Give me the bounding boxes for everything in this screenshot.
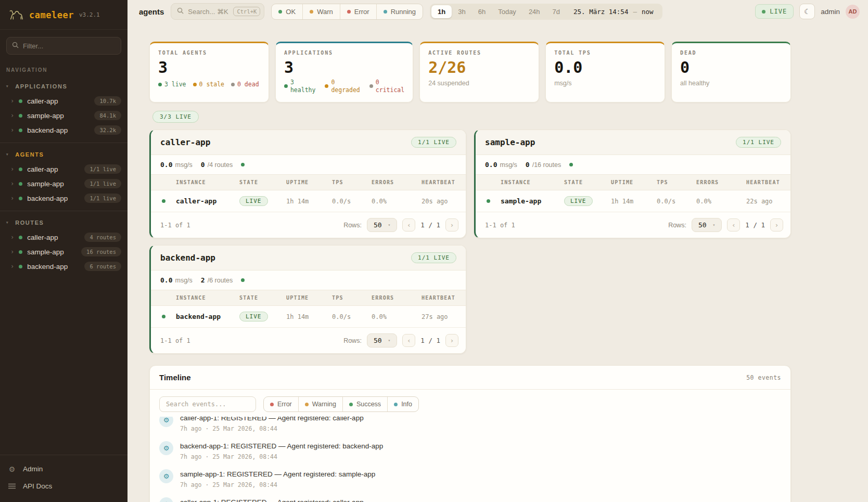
sidebar-filter-input[interactable] bbox=[23, 42, 116, 50]
sidebar-item-admin[interactable]: ⚙ Admin bbox=[0, 460, 127, 478]
section-header-routes[interactable]: ▾ ROUTES bbox=[0, 215, 127, 230]
page-indicator: 1 / 1 bbox=[420, 221, 440, 229]
app-stats-line: 0.0msg/s 0/4 routes bbox=[151, 155, 466, 174]
prev-page-button[interactable]: ‹ bbox=[727, 218, 740, 231]
timeline-toolbar: Error Warning Success Info bbox=[150, 390, 790, 417]
range-button-24h[interactable]: 24h bbox=[522, 5, 546, 18]
global-search-input[interactable] bbox=[188, 8, 229, 16]
rows-per-page-select[interactable]: 50 ▾ bbox=[367, 333, 397, 347]
warning-dot bbox=[305, 403, 309, 406]
main-area: agents Ctrl+K OK Warn Error Ru bbox=[127, 0, 868, 502]
count-badge: 4 routes bbox=[84, 233, 121, 242]
sidebar-item-routes-backend-app[interactable]: › backend-app 6 routes bbox=[0, 259, 127, 274]
live-status-badge[interactable]: LIVE bbox=[755, 4, 794, 19]
stat-card-total-tps: TOTAL TPS 0.0 msg/s bbox=[545, 42, 665, 102]
range-button-3h[interactable]: 3h bbox=[452, 5, 471, 18]
timeline-event[interactable]: ⚙ caller-app-1: REGISTERED — Agent regis… bbox=[150, 417, 790, 437]
sidebar-item-applications-backend-app[interactable]: › backend-app 32.2k bbox=[0, 123, 127, 137]
timeline-filter-success[interactable]: Success bbox=[343, 397, 388, 411]
date-range-display[interactable]: 25. März 14:54 — now bbox=[566, 8, 660, 16]
timeline-event[interactable]: ⚙ sample-app-1: REGISTERED — Agent regis… bbox=[150, 465, 790, 493]
app-card-title: sample-app bbox=[485, 137, 535, 147]
user-name: admin bbox=[821, 8, 840, 16]
app-card-sample-app: sample-app 1/1 LIVE 0.0msg/s 0/16 routes… bbox=[474, 130, 791, 238]
timeline-filter-error[interactable]: Error bbox=[264, 397, 299, 411]
range-button-today[interactable]: Today bbox=[492, 5, 522, 18]
sidebar: cameleer v3.2.1 NAVIGATION ▾ APPLICATION… bbox=[0, 0, 127, 502]
chevron-right-icon: › bbox=[10, 263, 14, 270]
section-header-agents[interactable]: ▾ AGENTS bbox=[0, 147, 127, 162]
timeline-filter-info[interactable]: Info bbox=[388, 397, 418, 411]
table-row[interactable]: caller-app LIVE 1h 14m 0.0/s 0.0% 20s ag… bbox=[151, 190, 466, 212]
camel-logo-icon bbox=[8, 7, 24, 23]
status-filter-running[interactable]: Running bbox=[377, 4, 423, 19]
status-filter-ok[interactable]: OK bbox=[272, 4, 303, 19]
avatar[interactable]: AD bbox=[846, 5, 860, 19]
sidebar-item-applications-caller-app[interactable]: › caller-app 10.7k bbox=[0, 94, 127, 108]
next-page-button[interactable]: › bbox=[445, 334, 458, 347]
app-card-caller-app: caller-app 1/1 LIVE 0.0msg/s 0/4 routes … bbox=[149, 130, 466, 238]
nav-section-agents: ▾ AGENTS › caller-app 1/1 live › sample-… bbox=[0, 143, 127, 211]
pagination: 1-1 of 1 Rows: 50 ▾ ‹ 1 / 1 › bbox=[151, 328, 466, 353]
theme-toggle-button[interactable]: ☾ bbox=[799, 4, 815, 19]
table-row[interactable]: backend-app LIVE 1h 14m 0.0/s 0.0% 27s a… bbox=[151, 306, 466, 328]
app-live-badge: 1/1 LIVE bbox=[736, 137, 781, 148]
events-search-input[interactable] bbox=[166, 401, 249, 408]
range-button-6h[interactable]: 6h bbox=[472, 5, 492, 18]
content: TOTAL AGENTS 3 3 live 0 stale 0 dead APP… bbox=[127, 23, 868, 502]
chevron-right-icon: › bbox=[10, 126, 14, 134]
error-dot bbox=[270, 403, 274, 406]
gear-icon: ⚙ bbox=[159, 441, 173, 455]
timeline-filter-warning[interactable]: Warning bbox=[299, 397, 343, 411]
table-row[interactable]: sample-app LIVE 1h 14m 0.0/s 0.0% 22s ag… bbox=[476, 190, 790, 212]
gear-icon: ⚙ bbox=[159, 417, 173, 427]
page-indicator: 1 / 1 bbox=[745, 221, 765, 229]
sidebar-item-agents-sample-app[interactable]: › sample-app 1/1 live bbox=[0, 176, 127, 191]
info-dot bbox=[394, 403, 398, 406]
timeline-event[interactable]: ⚙ backend-app-1: REGISTERED — Agent regi… bbox=[150, 437, 790, 465]
global-search: Ctrl+K bbox=[171, 3, 264, 20]
sidebar-item-routes-caller-app[interactable]: › caller-app 4 routes bbox=[0, 230, 127, 244]
gear-icon: ⚙ bbox=[159, 497, 173, 502]
timeline-events-list[interactable]: ⚙ caller-app-1: REGISTERED — Agent regis… bbox=[150, 417, 790, 502]
range-button-7d[interactable]: 7d bbox=[546, 5, 566, 18]
count-badge: 6 routes bbox=[84, 262, 121, 271]
live-dot bbox=[762, 10, 765, 14]
rows-per-page-select[interactable]: 50 ▾ bbox=[367, 218, 397, 232]
warn-dot bbox=[310, 10, 313, 14]
running-dot bbox=[384, 10, 387, 14]
status-dot bbox=[19, 265, 22, 268]
table-header: INSTANCE STATE UPTIME TPS ERRORS HEARTBE… bbox=[151, 174, 466, 190]
stat-card-dead: DEAD 0 all healthy bbox=[671, 42, 791, 102]
app-card-title: caller-app bbox=[160, 137, 210, 147]
stat-card-active-routes: ACTIVE ROUTES 2/26 24 suspended bbox=[419, 42, 539, 102]
sidebar-item-api-docs[interactable]: API Docs bbox=[0, 478, 127, 495]
instance-status-dot bbox=[487, 199, 490, 203]
status-dot bbox=[19, 197, 22, 200]
sidebar-item-applications-sample-app[interactable]: › sample-app 84.1k bbox=[0, 108, 127, 123]
brand-version: v3.2.1 bbox=[79, 11, 100, 18]
stat-value: 3 bbox=[284, 59, 404, 76]
sidebar-item-routes-sample-app[interactable]: › sample-app 16 routes bbox=[0, 244, 127, 259]
overview-live-badge: 3/3 LIVE bbox=[152, 111, 199, 123]
caret-down-icon: ▾ bbox=[388, 338, 391, 343]
status-dot bbox=[19, 182, 22, 186]
prev-page-button[interactable]: ‹ bbox=[402, 334, 415, 347]
section-header-applications[interactable]: ▾ APPLICATIONS bbox=[0, 79, 127, 94]
stat-value: 3 bbox=[158, 59, 260, 76]
ok-dot bbox=[278, 10, 282, 14]
state-badge: LIVE bbox=[239, 196, 268, 206]
next-page-button[interactable]: › bbox=[445, 218, 458, 231]
range-button-1h[interactable]: 1h bbox=[431, 5, 452, 18]
app-live-badge: 1/1 LIVE bbox=[411, 137, 456, 148]
timeline-card: Timeline 50 events Error Warn bbox=[149, 365, 791, 502]
timeline-event[interactable]: ⚙ caller-app-1: REGISTERED — Agent regis… bbox=[150, 493, 790, 502]
search-icon bbox=[177, 7, 184, 16]
status-filter-error[interactable]: Error bbox=[340, 4, 377, 19]
next-page-button[interactable]: › bbox=[770, 218, 783, 231]
sidebar-item-agents-caller-app[interactable]: › caller-app 1/1 live bbox=[0, 162, 127, 176]
sidebar-item-agents-backend-app[interactable]: › backend-app 1/1 live bbox=[0, 191, 127, 205]
prev-page-button[interactable]: ‹ bbox=[402, 218, 415, 231]
status-filter-warn[interactable]: Warn bbox=[303, 4, 340, 19]
rows-per-page-select[interactable]: 50 ▾ bbox=[692, 218, 722, 232]
